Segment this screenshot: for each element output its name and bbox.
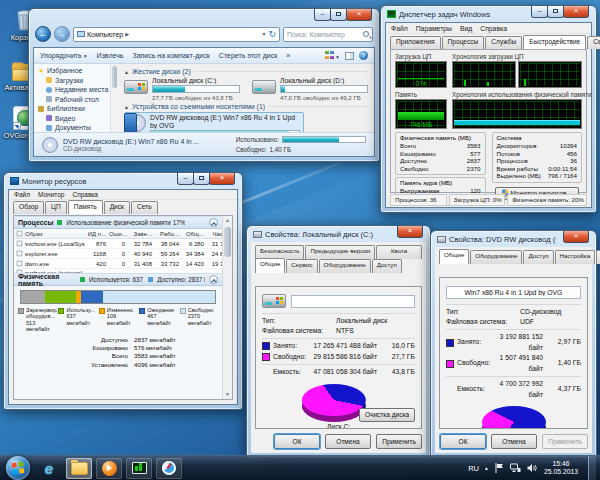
close-button[interactable]: × (346, 9, 372, 21)
menu-options[interactable]: Параметры (416, 25, 452, 32)
tab-sharing[interactable]: Доступ (372, 259, 402, 273)
tab-quota[interactable]: Квота (376, 245, 422, 259)
minimize-button[interactable]: – (314, 9, 331, 21)
apply-button[interactable]: Применить (542, 434, 588, 449)
collapse-chevron-icon[interactable] (209, 275, 218, 284)
disk-cleanup-button[interactable]: Очистка диска (359, 408, 415, 422)
ok-button[interactable]: ОК (440, 434, 486, 449)
collapse-chevron-icon[interactable] (209, 218, 218, 227)
table-row[interactable]: dwm.exe 420 0 31 408 33 732 14 420 19 31… (14, 259, 222, 269)
volume-label-input[interactable] (291, 295, 415, 308)
table-row[interactable]: svchost.exe (LocalSystemNe... 876 0 32 7… (14, 239, 222, 249)
processes-section-header[interactable]: Процессы Использование физической памяти… (14, 216, 222, 229)
nav-libraries[interactable]: Библиотеки (38, 104, 110, 114)
menu-file[interactable]: Файл (14, 191, 30, 198)
row-checkbox[interactable] (17, 270, 23, 273)
menu-monitor[interactable]: Монитор (38, 191, 64, 198)
nav-video[interactable]: Видео (38, 114, 110, 124)
preview-pane-icon[interactable] (345, 52, 354, 60)
minimize-button[interactable]: – (177, 173, 194, 185)
address-bar[interactable]: Компьютер ▶ ▼ ↻ (73, 27, 280, 42)
drive-e-item-selected[interactable]: DVD RW дисковод (E:) Win7 x86 Ru 4 in 1 … (124, 112, 304, 132)
forward-button[interactable]: → (54, 26, 70, 42)
network-icon[interactable] (510, 463, 521, 474)
search-input[interactable]: Поиск: Компьютер (283, 27, 373, 42)
erase-disc-button[interactable]: Стереть этот диск (219, 52, 277, 59)
action-center-flag-icon[interactable] (494, 463, 505, 474)
scroll-down-icon[interactable]: ▼ (223, 390, 232, 399)
group-hard-disks[interactable]: ▲Жесткие диски (2) (124, 68, 368, 75)
eject-button[interactable]: Извлечь (97, 52, 124, 59)
tab-memory[interactable]: Память (68, 200, 103, 214)
tab-overview[interactable]: Обзор (13, 201, 44, 214)
tab-performance[interactable]: Быстродействие (523, 35, 586, 49)
scroll-up-icon[interactable]: ▲ (223, 216, 232, 225)
physical-memory-section-header[interactable]: Физическая память Используется: 637 МБ Д… (14, 273, 222, 286)
tab-hardware[interactable]: Оборудование (319, 259, 371, 273)
show-desktop-button[interactable] (588, 456, 596, 480)
tab-cpu[interactable]: ЦП (45, 201, 67, 214)
tab-recording[interactable]: Запись (596, 250, 600, 264)
taskbar-windows-explorer[interactable] (66, 458, 92, 479)
select-all-checkbox[interactable] (17, 231, 23, 237)
menu-view[interactable]: Вид (460, 25, 472, 32)
nav-favorites[interactable]: ★Избранное (38, 66, 110, 76)
taskbar-task-manager[interactable] (126, 458, 152, 479)
breadcrumb[interactable]: Компьютер (87, 31, 123, 38)
row-checkbox[interactable] (17, 261, 23, 267)
taskbar-internet-explorer[interactable]: e (36, 458, 62, 479)
tab-network[interactable]: Сеть (131, 201, 158, 214)
tab-general[interactable]: Общие (255, 258, 285, 273)
nav-desktop[interactable]: Рабочий стол (38, 95, 110, 105)
taskbar-media-player[interactable] (96, 458, 122, 479)
close-button[interactable]: × (209, 173, 235, 185)
organize-button[interactable]: Упорядочить▼ (40, 52, 88, 59)
tab-security[interactable]: Безопасность (255, 245, 304, 259)
nav-documents[interactable]: Документы (38, 123, 110, 132)
menu-file[interactable]: Файл (391, 25, 408, 32)
address-dropdown-icon[interactable]: ▼ (262, 31, 267, 37)
tab-services[interactable]: Службы (485, 36, 522, 49)
row-checkbox[interactable] (17, 251, 23, 257)
row-checkbox[interactable] (17, 241, 23, 247)
tab-general[interactable]: Общие (439, 249, 469, 264)
help-icon[interactable]: ? (359, 51, 368, 60)
close-button[interactable]: × (563, 231, 589, 243)
tab-customize[interactable]: Настройка (555, 250, 595, 264)
drive-c-item[interactable]: Локальный диск (C:) 27,7 ГБ свободно из … (124, 77, 240, 101)
apply-button[interactable]: Применить (376, 434, 422, 449)
hidden-icons-arrow-icon[interactable]: ▲ (484, 465, 489, 471)
drive-d-item[interactable]: Локальный диск (D:) 47,0 ГБ свободно из … (252, 77, 368, 101)
toolbar-more-button[interactable]: » (286, 52, 290, 59)
taskbar-clock[interactable]: 15:46 25.05.2013 (542, 460, 580, 476)
language-indicator[interactable]: RU (468, 464, 479, 473)
tab-disk[interactable]: Диск (104, 201, 130, 214)
menu-help[interactable]: Справка (480, 25, 507, 32)
tab-processes[interactable]: Процессы (442, 36, 485, 49)
start-button[interactable] (6, 456, 30, 480)
tab-tools[interactable]: Сервис (286, 259, 317, 273)
tab-previous-versions[interactable]: Предыдущие версии (305, 245, 375, 259)
maximize-button[interactable] (330, 9, 347, 21)
cancel-button[interactable]: Отмена (491, 434, 537, 449)
burn-button[interactable]: Запись на компакт-диск (132, 52, 209, 59)
minimize-button[interactable]: – (531, 6, 548, 18)
ok-button[interactable]: ОК (274, 434, 320, 449)
nav-recent[interactable]: Недавние места (38, 85, 110, 95)
maximize-button[interactable] (193, 173, 210, 185)
close-button[interactable]: × (563, 6, 589, 18)
nav-downloads[interactable]: Загрузки (38, 76, 110, 86)
volume-label-input[interactable] (446, 286, 581, 299)
nav-scrollbar[interactable] (110, 64, 118, 132)
table-row[interactable]: explorer.exe 1168 0 40 940 59 264 34 384… (14, 249, 222, 259)
tab-networking[interactable]: Сеть (587, 36, 600, 49)
close-button[interactable]: × (397, 226, 423, 238)
views-button[interactable]: ▼ (325, 51, 340, 60)
tab-sharing[interactable]: Доступ (523, 250, 553, 264)
maximize-button[interactable] (547, 6, 564, 18)
back-button[interactable]: ← (35, 26, 51, 42)
refresh-icon[interactable]: ↻ (268, 30, 276, 39)
taskbar-resource-monitor[interactable] (156, 458, 182, 479)
menu-help[interactable]: Справка (72, 191, 98, 198)
tab-applications[interactable]: Приложения (390, 36, 441, 49)
